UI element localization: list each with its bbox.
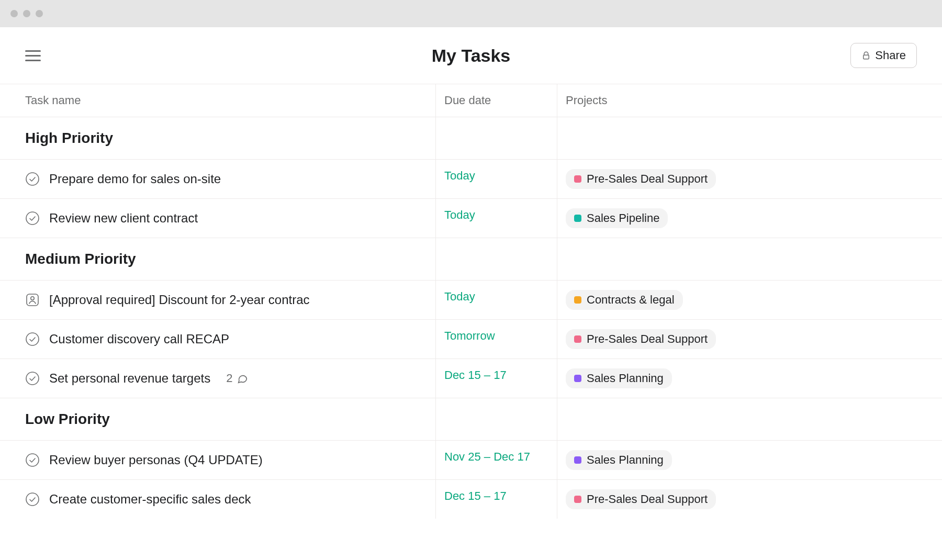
lock-icon: [861, 51, 871, 60]
comment-count[interactable]: 2: [226, 372, 248, 385]
page-header: My Tasks Share: [0, 27, 942, 84]
project-name: Sales Planning: [587, 372, 664, 385]
project-pill[interactable]: Pre-Sales Deal Support: [566, 329, 716, 349]
section-title: Medium Priority: [0, 238, 436, 280]
svg-point-6: [26, 372, 39, 385]
task-name-cell: Prepare demo for sales on-site: [0, 160, 436, 198]
project-color-swatch: [574, 335, 581, 343]
project-name: Pre-Sales Deal Support: [587, 172, 708, 186]
task-projects: Pre-Sales Deal Support: [557, 160, 942, 198]
section-header[interactable]: High Priority: [0, 117, 942, 159]
svg-point-4: [31, 297, 34, 300]
project-color-swatch: [574, 496, 581, 503]
project-name: Sales Pipeline: [587, 211, 659, 225]
menu-button[interactable]: [25, 47, 42, 64]
comment-icon: [237, 373, 248, 384]
check-circle-icon[interactable]: [25, 453, 40, 467]
project-pill[interactable]: Pre-Sales Deal Support: [566, 489, 716, 509]
task-name[interactable]: Prepare demo for sales on-site: [49, 172, 221, 186]
column-header-task-name[interactable]: Task name: [0, 84, 436, 117]
check-circle-icon[interactable]: [25, 492, 40, 507]
task-due-date[interactable]: Dec 15 – 17: [436, 359, 557, 398]
task-name[interactable]: Create customer-specific sales deck: [49, 492, 251, 507]
task-name-cell: Customer discovery call RECAP: [0, 320, 436, 359]
project-name: Pre-Sales Deal Support: [587, 492, 708, 506]
page-title: My Tasks: [432, 46, 511, 66]
task-due-date[interactable]: Tomorrow: [436, 320, 557, 359]
table-header-row: Task name Due date Projects: [0, 84, 942, 117]
project-color-swatch: [574, 296, 581, 304]
approval-icon[interactable]: [25, 293, 40, 307]
task-due-date[interactable]: Today: [436, 160, 557, 198]
project-pill[interactable]: Sales Planning: [566, 368, 672, 388]
task-projects: Contracts & legal: [557, 281, 942, 319]
task-projects: Sales Planning: [557, 359, 942, 398]
project-color-swatch: [574, 175, 581, 183]
task-name[interactable]: Customer discovery call RECAP: [49, 332, 229, 346]
project-color-swatch: [574, 456, 581, 464]
task-name-cell: Create customer-specific sales deck: [0, 480, 436, 519]
task-row[interactable]: Create customer-specific sales deckDec 1…: [0, 479, 942, 519]
svg-point-8: [26, 493, 39, 506]
task-due-date[interactable]: Nov 25 – Dec 17: [436, 441, 557, 479]
column-header-projects[interactable]: Projects: [557, 84, 942, 117]
tasks-table: Task name Due date Projects High Priorit…: [0, 84, 942, 519]
task-row[interactable]: Prepare demo for sales on-siteTodayPre-S…: [0, 159, 942, 198]
task-name-cell: Review new client contract: [0, 199, 436, 238]
task-due-date[interactable]: Dec 15 – 17: [436, 480, 557, 519]
project-pill[interactable]: Sales Pipeline: [566, 208, 668, 228]
task-due-date[interactable]: Today: [436, 281, 557, 319]
share-button-label: Share: [875, 49, 906, 62]
check-circle-icon[interactable]: [25, 332, 40, 346]
traffic-light-minimize-icon[interactable]: [23, 10, 30, 17]
task-projects: Sales Pipeline: [557, 199, 942, 238]
check-circle-icon[interactable]: [25, 172, 40, 186]
task-name[interactable]: Set personal revenue targets: [49, 371, 210, 386]
check-circle-icon[interactable]: [25, 211, 40, 226]
section-title: High Priority: [0, 117, 436, 159]
svg-rect-0: [864, 55, 869, 59]
project-pill[interactable]: Contracts & legal: [566, 290, 683, 310]
task-projects: Sales Planning: [557, 441, 942, 479]
task-row[interactable]: [Approval required] Discount for 2-year …: [0, 280, 942, 319]
svg-point-5: [26, 333, 39, 345]
task-projects: Pre-Sales Deal Support: [557, 320, 942, 359]
task-due-date[interactable]: Today: [436, 199, 557, 238]
svg-point-2: [26, 212, 39, 225]
task-name-cell: [Approval required] Discount for 2-year …: [0, 281, 436, 319]
svg-point-1: [26, 173, 39, 185]
column-header-due-date[interactable]: Due date: [436, 84, 557, 117]
project-name: Sales Planning: [587, 453, 664, 467]
project-color-swatch: [574, 215, 581, 222]
task-name-cell: Review buyer personas (Q4 UPDATE): [0, 441, 436, 479]
project-name: Pre-Sales Deal Support: [587, 332, 708, 346]
share-button[interactable]: Share: [850, 43, 917, 68]
task-projects: Pre-Sales Deal Support: [557, 480, 942, 519]
traffic-light-close-icon[interactable]: [10, 10, 18, 17]
svg-point-7: [26, 454, 39, 466]
task-name[interactable]: Review buyer personas (Q4 UPDATE): [49, 453, 263, 467]
task-name-cell: Set personal revenue targets2: [0, 359, 436, 398]
task-row[interactable]: Review new client contractTodaySales Pip…: [0, 198, 942, 238]
task-row[interactable]: Set personal revenue targets2Dec 15 – 17…: [0, 359, 942, 398]
section-header[interactable]: Low Priority: [0, 398, 942, 440]
project-color-swatch: [574, 375, 581, 382]
check-circle-icon[interactable]: [25, 371, 40, 386]
project-pill[interactable]: Pre-Sales Deal Support: [566, 169, 716, 189]
task-row[interactable]: Customer discovery call RECAPTomorrowPre…: [0, 319, 942, 359]
project-pill[interactable]: Sales Planning: [566, 450, 672, 470]
task-name[interactable]: Review new client contract: [49, 211, 198, 226]
traffic-light-zoom-icon[interactable]: [36, 10, 43, 17]
section-header[interactable]: Medium Priority: [0, 238, 942, 280]
window-titlebar: [0, 0, 942, 27]
project-name: Contracts & legal: [587, 293, 675, 307]
task-name[interactable]: [Approval required] Discount for 2-year …: [49, 293, 310, 307]
task-row[interactable]: Review buyer personas (Q4 UPDATE)Nov 25 …: [0, 440, 942, 479]
section-title: Low Priority: [0, 398, 436, 440]
